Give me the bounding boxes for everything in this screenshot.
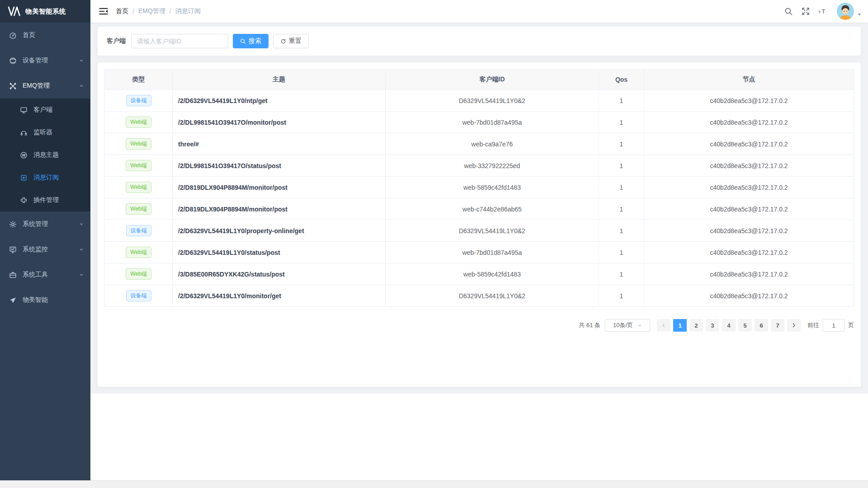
- prev-page-button[interactable]: [657, 319, 670, 332]
- sidebar-item-home[interactable]: 首页: [0, 23, 90, 48]
- cell-client-id: web-3327922225ed: [386, 155, 599, 177]
- devices-icon: [9, 57, 17, 65]
- type-tag: Web端: [126, 203, 151, 215]
- font-size-icon[interactable]: T T: [818, 7, 827, 16]
- plugin-icon: [20, 197, 28, 204]
- next-page-button[interactable]: [787, 319, 801, 332]
- cell-topic: /2/D6329VL54419L1Y0/ntp/get: [173, 90, 386, 112]
- sidebar-item-device-manage[interactable]: 设备管理: [0, 48, 90, 73]
- sidebar-item-emq-topics[interactable]: 消息主题: [0, 144, 90, 166]
- type-tag: Web端: [126, 182, 151, 193]
- page-button-6[interactable]: 6: [755, 319, 768, 332]
- cell-type: 设备端: [105, 90, 173, 112]
- page-button-7[interactable]: 7: [771, 319, 784, 332]
- sidebar: 物美智能系统 首页设备管理EMQ管理客户端监听器消息主题消息订阅插件管理系统管理…: [0, 0, 90, 480]
- cell-type: Web端: [105, 242, 173, 263]
- type-tag: Web端: [126, 247, 151, 258]
- col-header-client-id: 客户端ID: [386, 70, 599, 90]
- search-icon[interactable]: [784, 7, 793, 16]
- page-button-2[interactable]: 2: [689, 319, 703, 332]
- sidebar-item-label: EMQ管理: [23, 82, 79, 90]
- breadcrumb-item[interactable]: 首页: [116, 7, 128, 15]
- page-button-3[interactable]: 3: [706, 319, 719, 332]
- navbar: 首页/EMQ管理/消息订阅 T T: [90, 0, 868, 23]
- pager: 1234567: [656, 319, 802, 332]
- client-id-input[interactable]: [131, 34, 228, 48]
- chevron-down-icon: [79, 221, 84, 227]
- horizontal-scrollbar[interactable]: [0, 480, 868, 488]
- cell-type: Web端: [105, 263, 173, 285]
- app-title: 物美智能系统: [25, 7, 66, 16]
- sidebar-item-emq-plugins[interactable]: 插件管理: [0, 189, 90, 211]
- page-button-5[interactable]: 5: [738, 319, 752, 332]
- sidebar-item-label: 消息主题: [33, 151, 90, 159]
- cell-client-id: web-ca9a7e76: [386, 133, 599, 155]
- sidebar-item-emq-clients[interactable]: 客户端: [0, 99, 90, 121]
- sidebar-item-system-tools[interactable]: 系统工具: [0, 262, 90, 287]
- chevron-down-icon: [79, 58, 84, 63]
- caret-down-icon: [857, 12, 862, 17]
- subscriptions-card: 类型 主题 客户端ID Qos 节点 设备端/2/D6329VL54419L1Y…: [97, 62, 861, 387]
- sidebar-item-system-manage[interactable]: 系统管理: [0, 211, 90, 237]
- paper-plane-icon: [9, 296, 17, 304]
- cell-type: Web端: [105, 177, 173, 198]
- total-count: 共 61 条: [579, 321, 600, 329]
- page-button-1[interactable]: 1: [673, 319, 687, 332]
- breadcrumb-item: 消息订阅: [175, 7, 201, 15]
- avatar: [837, 3, 854, 20]
- cell-topic: /2/DL9981541O39417O/monitor/post: [173, 112, 386, 133]
- cell-node: c40b2d8ea5c3@172.17.0.2: [644, 285, 854, 307]
- app-logo[interactable]: 物美智能系统: [0, 0, 90, 23]
- emq-icon: [9, 82, 17, 90]
- cell-node: c40b2d8ea5c3@172.17.0.2: [644, 198, 854, 220]
- cell-client-id: web-7bd01d87a495a: [386, 112, 599, 133]
- navbar-actions: T T: [780, 3, 862, 20]
- sidebar-item-wumei-smart[interactable]: 物美智能: [0, 287, 90, 313]
- cell-client-id: web-7bd01d87a495a: [386, 242, 599, 263]
- sidebar-item-emq-listeners[interactable]: 监听器: [0, 121, 90, 144]
- page-button-4[interactable]: 4: [722, 319, 736, 332]
- type-tag: Web端: [126, 268, 151, 280]
- cell-node: c40b2d8ea5c3@172.17.0.2: [644, 133, 854, 155]
- gear-icon: [9, 221, 17, 228]
- type-tag: 设备端: [126, 290, 151, 301]
- cell-client-id: web-c744b2e86ab65: [386, 198, 599, 220]
- page-size-select[interactable]: 10条/页: [605, 319, 650, 332]
- cell-qos: 1: [599, 220, 644, 242]
- search-panel: 客户端 搜索 重置: [97, 26, 861, 56]
- sidebar-item-label: 物美智能: [23, 296, 84, 304]
- sidebar-item-label: 系统工具: [23, 271, 79, 279]
- sidebar-item-label: 系统管理: [23, 220, 79, 228]
- sidebar-collapse-icon[interactable]: [99, 6, 108, 16]
- submenu-emq-manage: 客户端监听器消息主题消息订阅插件管理: [0, 99, 90, 211]
- cell-type: Web端: [105, 155, 173, 177]
- cell-client-id: web-5859c42fd1483: [386, 177, 599, 198]
- fullscreen-icon[interactable]: [801, 7, 810, 16]
- type-tag: Web端: [126, 138, 151, 150]
- svg-text:T: T: [818, 10, 821, 14]
- sidebar-item-emq-subscriptions[interactable]: 消息订阅: [0, 166, 90, 189]
- sidebar-menu: 首页设备管理EMQ管理客户端监听器消息主题消息订阅插件管理系统管理系统监控系统工…: [0, 23, 90, 480]
- goto-page-input[interactable]: [822, 319, 845, 332]
- cell-qos: 1: [599, 263, 644, 285]
- search-button[interactable]: 搜索: [233, 34, 269, 48]
- cell-client-id: D6329VL54419L1Y0&2: [386, 285, 599, 307]
- type-tag: Web端: [126, 117, 151, 128]
- table-row: Web端/3/D85E00R65DYXK42G/status/postweb-5…: [105, 263, 854, 285]
- cell-topic: /2/D819DLX904P8894M/monitor/post: [173, 198, 386, 220]
- sidebar-item-emq-manage[interactable]: EMQ管理: [0, 73, 90, 99]
- table-header-row: 类型 主题 客户端ID Qos 节点: [105, 70, 854, 90]
- toolbox-icon: [9, 271, 17, 279]
- cell-type: Web端: [105, 133, 173, 155]
- goto-label: 前往: [807, 321, 819, 329]
- cell-type: 设备端: [105, 285, 173, 307]
- table-row: Web端/2/D819DLX904P8894M/monitor/postweb-…: [105, 177, 854, 198]
- user-menu[interactable]: [837, 3, 862, 20]
- pagination: 共 61 条 10条/页 1234567 前往 页: [104, 319, 854, 332]
- cell-client-id: D6329VL54419L1Y0&2: [386, 220, 599, 242]
- sidebar-item-system-monitor[interactable]: 系统监控: [0, 237, 90, 262]
- cell-node: c40b2d8ea5c3@172.17.0.2: [644, 177, 854, 198]
- page-unit-label: 页: [848, 321, 854, 329]
- type-tag: Web端: [126, 160, 151, 171]
- reset-button[interactable]: 重置: [273, 34, 309, 48]
